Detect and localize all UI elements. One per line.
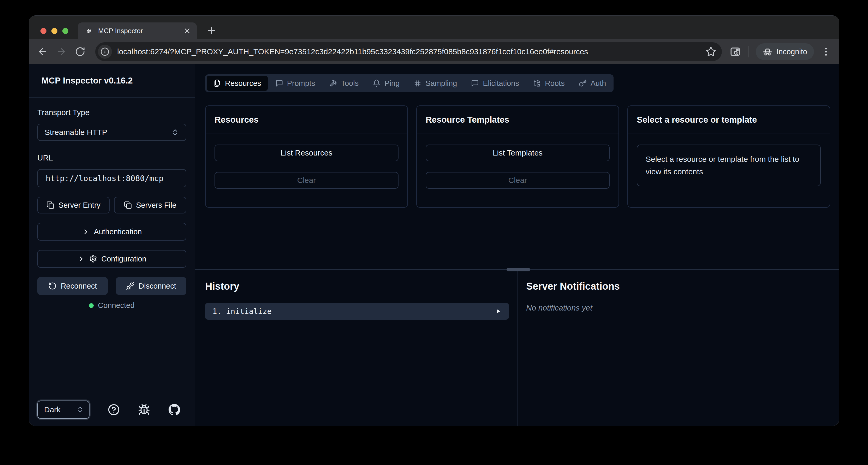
horizontal-splitter[interactable] xyxy=(195,269,839,270)
hammer-icon xyxy=(329,79,337,87)
sidebar-footer: Dark xyxy=(29,393,195,426)
bug-icon xyxy=(138,404,150,416)
chevron-right-icon xyxy=(82,228,90,236)
connected-label: Connected xyxy=(98,301,134,310)
configuration-toggle[interactable]: Configuration xyxy=(37,250,186,268)
history-title: History xyxy=(205,281,509,292)
tab-label: Auth xyxy=(591,79,606,88)
tab-label: Tools xyxy=(341,79,359,88)
main-content: Resources Prompts Tools xyxy=(195,64,839,426)
browser-window: MCP Inspector localhost:6274/?MCP_PROXY_… xyxy=(29,16,839,426)
theme-select[interactable]: Dark xyxy=(37,401,90,419)
history-item[interactable]: 1. initialize xyxy=(205,303,509,320)
transport-type-value: Streamable HTTP xyxy=(44,128,107,137)
disconnect-label: Disconnect xyxy=(138,282,176,290)
tab-auth[interactable]: Auth xyxy=(572,76,613,91)
bottom-panes: History 1. initialize Server Notificatio… xyxy=(195,270,839,426)
tab-title: MCP Inspector xyxy=(98,27,183,35)
bookmark-star-icon[interactable] xyxy=(706,46,716,57)
unplug-icon xyxy=(126,282,134,290)
tab-close-icon[interactable] xyxy=(183,27,191,35)
reconnect-button[interactable]: Reconnect xyxy=(37,277,108,295)
folder-tree-icon xyxy=(533,79,541,87)
reload-icon[interactable] xyxy=(75,46,85,57)
transport-type-select[interactable]: Streamable HTTP xyxy=(37,124,186,141)
message-square-icon xyxy=(471,79,479,87)
tab-roots[interactable]: Roots xyxy=(527,76,571,91)
sidebar-body: Transport Type Streamable HTTP URL Serve… xyxy=(29,98,195,393)
help-circle-icon xyxy=(108,404,120,416)
tab-tools[interactable]: Tools xyxy=(323,76,365,91)
url-text[interactable]: localhost:6274/?MCP_PROXY_AUTH_TOKEN=9e7… xyxy=(117,47,702,56)
copy-icon xyxy=(124,201,132,209)
connection-status: Connected xyxy=(37,301,186,310)
minimize-window-button[interactable] xyxy=(52,28,57,34)
servers-file-button[interactable]: Servers File xyxy=(114,197,186,213)
resource-templates-card-title: Resource Templates xyxy=(417,106,619,134)
url-input[interactable] xyxy=(37,169,186,187)
transport-type-label: Transport Type xyxy=(37,108,186,117)
resources-card-title: Resources xyxy=(206,106,407,134)
list-templates-button[interactable]: List Templates xyxy=(426,145,610,161)
expand-play-icon[interactable] xyxy=(495,308,502,315)
mcp-inspector-app: MCP Inspector v0.16.2 Transport Type Str… xyxy=(29,64,839,426)
bell-icon xyxy=(373,79,380,87)
chevron-right-icon xyxy=(77,255,85,263)
close-window-button[interactable] xyxy=(40,28,46,34)
address-bar[interactable]: localhost:6274/?MCP_PROXY_AUTH_TOKEN=9e7… xyxy=(95,42,722,61)
hash-icon xyxy=(414,79,422,87)
servers-file-label: Servers File xyxy=(136,201,177,210)
server-entry-label: Server Entry xyxy=(58,201,100,210)
incognito-label: Incognito xyxy=(776,48,807,56)
reconnect-label: Reconnect xyxy=(61,282,97,290)
forward-icon[interactable] xyxy=(56,46,66,57)
tab-ping[interactable]: Ping xyxy=(366,76,406,91)
new-tab-button[interactable] xyxy=(206,25,217,36)
authentication-label: Authentication xyxy=(94,227,142,236)
site-info-button[interactable] xyxy=(98,44,112,59)
disconnect-button[interactable]: Disconnect xyxy=(116,277,186,295)
search-tabs-icon[interactable] xyxy=(730,46,741,57)
tab-resources[interactable]: Resources xyxy=(207,76,268,91)
message-square-icon xyxy=(275,79,283,87)
back-icon[interactable] xyxy=(37,46,48,57)
browser-menu-icon[interactable] xyxy=(821,46,831,57)
resource-preview-title: Select a resource or template xyxy=(628,106,830,134)
incognito-icon xyxy=(763,47,773,57)
tab-label: Ping xyxy=(384,79,400,88)
resource-preview-card: Select a resource or template Select a r… xyxy=(627,105,830,208)
splitter-drag-handle[interactable] xyxy=(506,268,530,271)
help-button[interactable] xyxy=(108,404,120,416)
bug-report-button[interactable] xyxy=(138,404,150,416)
gear-icon xyxy=(89,255,97,263)
main-top: Resources Prompts Tools xyxy=(195,64,839,269)
app-title: MCP Inspector v0.16.2 xyxy=(29,64,195,98)
chevrons-up-down-icon xyxy=(76,406,84,413)
maximize-window-button[interactable] xyxy=(62,28,68,34)
chevrons-up-down-icon xyxy=(171,128,179,136)
configuration-label: Configuration xyxy=(101,255,146,263)
incognito-badge: Incognito xyxy=(756,43,814,60)
resource-templates-card: Resource Templates List Templates Clear xyxy=(416,105,619,208)
window-controls xyxy=(40,28,68,34)
tab-label: Resources xyxy=(225,79,261,88)
feature-tabs: Resources Prompts Tools xyxy=(205,74,614,92)
tab-prompts[interactable]: Prompts xyxy=(269,76,322,91)
tab-sampling[interactable]: Sampling xyxy=(407,76,464,91)
tab-elicitations[interactable]: Elicitations xyxy=(465,76,526,91)
server-notifications-title: Server Notifications xyxy=(526,281,839,292)
tab-label: Prompts xyxy=(287,79,315,88)
tab-label: Sampling xyxy=(425,79,457,88)
browser-tab[interactable]: MCP Inspector xyxy=(78,23,197,39)
authentication-toggle[interactable]: Authentication xyxy=(37,223,186,241)
clear-resources-button[interactable]: Clear xyxy=(215,172,399,189)
clear-templates-button[interactable]: Clear xyxy=(426,172,610,189)
history-pane: History 1. initialize xyxy=(195,270,518,426)
favicon-scribble-icon xyxy=(85,27,93,35)
browser-toolbar: localhost:6274/?MCP_PROXY_AUTH_TOKEN=9e7… xyxy=(29,39,839,64)
resources-card: Resources List Resources Clear xyxy=(205,105,408,208)
files-icon xyxy=(213,79,221,87)
server-entry-button[interactable]: Server Entry xyxy=(37,197,110,213)
github-button[interactable] xyxy=(168,404,180,416)
list-resources-button[interactable]: List Resources xyxy=(215,145,399,161)
